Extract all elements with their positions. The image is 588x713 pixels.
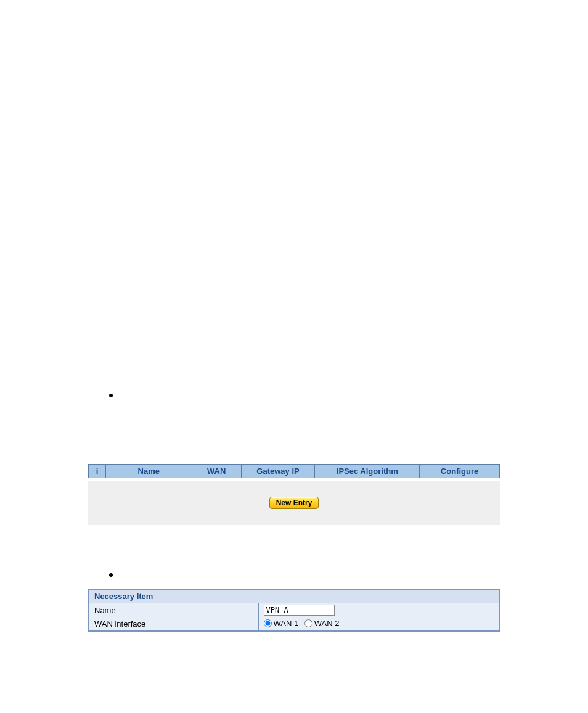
wan-interface-value-cell: WAN 1 WAN 2 [258, 617, 499, 632]
col-header-algorithm: IPSec Algorithm [315, 465, 420, 478]
new-entry-button[interactable]: New Entry [269, 497, 319, 509]
col-header-configure: Configure [420, 465, 500, 478]
bullet-1 [109, 394, 113, 397]
col-header-i: i [89, 465, 106, 478]
wan2-label[interactable]: WAN 2 [314, 619, 340, 628]
wan1-label[interactable]: WAN 1 [274, 619, 299, 628]
name-input[interactable] [264, 605, 335, 616]
col-header-wan: WAN [192, 465, 241, 478]
col-header-name: Name [105, 465, 192, 478]
wan2-radio[interactable] [304, 619, 312, 627]
wan-interface-label: WAN interface [89, 617, 258, 632]
necessary-item-table: Necessary Item Name WAN interface WAN 1 … [88, 589, 500, 632]
col-header-gateway: Gateway IP [241, 465, 315, 478]
ipsec-list-table: i Name WAN Gateway IP IPSec Algorithm Co… [88, 464, 500, 478]
wan1-radio[interactable] [264, 619, 272, 627]
name-label: Name [89, 603, 258, 617]
bullet-2 [109, 573, 113, 577]
necessary-item-header: Necessary Item [89, 589, 499, 603]
name-value-cell [258, 603, 499, 617]
new-entry-area: New Entry [88, 481, 500, 525]
